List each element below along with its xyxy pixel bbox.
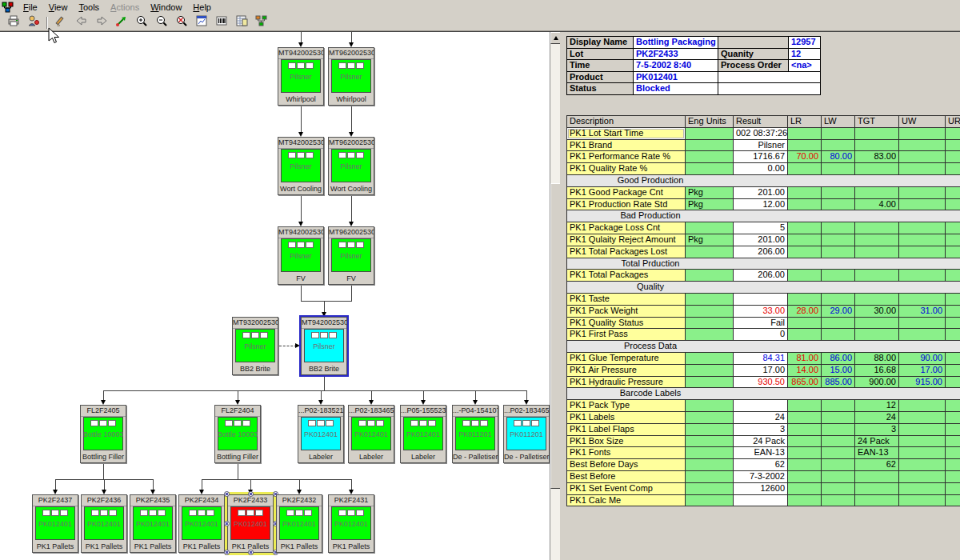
param-name-cell[interactable]: PK1 Lot Start Time (567, 128, 686, 140)
vertical-scrollbar[interactable] (550, 32, 560, 560)
result-cell: 5 (734, 222, 788, 234)
column-header-eng-units[interactable]: Eng Units (686, 116, 734, 128)
param-name-cell[interactable]: PK1 Qulaity Reject Amount (567, 234, 686, 246)
selection-handle[interactable] (224, 521, 230, 526)
selection-handle[interactable] (224, 550, 230, 555)
diagram-node-p04154107[interactable]: ...-P04-154107PK011201De - Palletiser (452, 405, 498, 463)
param-name-cell[interactable]: PK1 Production Rate Std (567, 199, 686, 211)
column-header-tgt[interactable]: TGT (855, 116, 899, 128)
status-square-icon (338, 242, 346, 248)
menu-item-file[interactable]: File (18, 2, 43, 13)
selection-handle[interactable] (224, 491, 230, 497)
navigate-back-button[interactable] (71, 14, 91, 31)
menu-item-tools[interactable]: Tools (73, 2, 105, 13)
diagram-node-mt962002530[interactable]: MT962002530PilsnerWhirlpool (328, 47, 374, 106)
column-header-lw[interactable]: LW (822, 116, 855, 128)
column-header-uw[interactable]: UW (899, 116, 946, 128)
lw-cell (822, 471, 855, 483)
param-name-cell[interactable]: PK1 Hydraulic Pressure (567, 377, 686, 389)
node-lot-id: PK2F2434 (179, 495, 224, 506)
arrowhead-right-icon (295, 343, 300, 348)
selection-handle[interactable] (248, 550, 254, 555)
diagram-node-fl2f2404[interactable]: FL2F2404Bottle 10003Bottling Filler (214, 405, 261, 463)
panel-splitter[interactable] (560, 31, 566, 560)
diagram-node-mt942002530[interactable]: MT942002530PilsnerFV (278, 226, 324, 285)
report-button[interactable] (231, 14, 251, 31)
user-permissions-button[interactable] (23, 14, 43, 31)
diagram-node-pk2f2436[interactable]: PK2F2436PK012401PK1 Pallets (81, 494, 127, 553)
diagram-node-p021834656[interactable]: ...P02-1834656PK011201De - Palletiser (503, 405, 550, 463)
menu-item-view[interactable]: View (43, 2, 74, 13)
info-label: Status (567, 83, 634, 95)
diagram-node-pk2f2433[interactable]: PK2F2433PK012401PK1 Pallets (227, 494, 274, 553)
diagram-node-mt962002530[interactable]: MT962002530PilsnerWort Cooling (328, 137, 374, 195)
param-name-cell[interactable]: PK1 Fonts (567, 447, 686, 459)
diagram-node-mt962002530[interactable]: MT962002530PilsnerFV (328, 226, 374, 285)
param-name-cell[interactable]: PK1 Total Packages (567, 270, 686, 282)
menu-item-actions[interactable]: Actions (105, 2, 145, 13)
node-status-body: PK011201 (455, 417, 495, 450)
diagram-node-p051555232[interactable]: ...P05-1555232PK012401Labeler (400, 405, 446, 463)
param-name-cell[interactable]: PK1 Quality Status (567, 318, 686, 330)
diagram-node-pk2f2432[interactable]: PK2F2432PK012401PK1 Pallets (276, 494, 322, 553)
menu-item-window[interactable]: Window (145, 2, 187, 13)
diagram-node-pk2f2434[interactable]: PK2F2434PK012401PK1 Pallets (178, 494, 225, 553)
diagram-node-pk2f2435[interactable]: PK2F2435PK012401PK1 Pallets (130, 494, 176, 553)
param-name-cell[interactable]: PK1 Box Size (567, 436, 686, 448)
diagram-node-fl2f2405[interactable]: FL2F2405Bottle 10003Bottling Filler (80, 405, 126, 463)
param-name-cell[interactable]: PK1 Good Package Cnt (567, 187, 686, 199)
barcode-button[interactable] (211, 14, 231, 31)
param-name-cell[interactable]: PK1 Pack Type (567, 400, 686, 412)
param-name-cell[interactable]: PK1 Air Pressure (567, 365, 686, 377)
scrollbar-thumb[interactable] (550, 183, 560, 489)
lr-cell (788, 246, 822, 258)
param-name-cell[interactable]: PK1 Labels (567, 412, 686, 424)
param-name-cell[interactable]: PK1 Total Packages Lost (567, 246, 686, 258)
genealogy-view-button[interactable] (251, 14, 271, 31)
column-header-ur[interactable]: UR (946, 116, 960, 128)
table-row: PK1 Qulaity Reject AmountPkg201.00 (567, 234, 960, 246)
drill-down-button[interactable] (111, 14, 131, 31)
param-name-cell[interactable]: PK1 Quality Rate % (567, 163, 686, 175)
node-status-squares (311, 332, 338, 338)
menu-item-help[interactable]: Help (187, 2, 217, 13)
zoom-in-button[interactable] (131, 14, 151, 31)
param-name-cell[interactable]: PK1 Package Loss Cnt (567, 222, 686, 234)
param-name-cell[interactable]: PK1 First Pass (567, 329, 686, 341)
status-square-icon (206, 510, 214, 516)
param-name-cell[interactable]: PK1 Pack Weight (567, 306, 686, 318)
table-row: PK1 Label Flaps33 (567, 424, 960, 436)
diagram-node-mt942002530[interactable]: MT942002530PilsnerWort Cooling (278, 137, 324, 195)
diagram-node-pk2f2437[interactable]: PK2F2437PK012401PK1 Pallets (32, 494, 78, 553)
zoom-reset-button[interactable] (171, 14, 191, 31)
param-name-cell[interactable]: Best Before Days (567, 459, 686, 471)
trend-chart-button[interactable] (191, 14, 211, 31)
column-header-description[interactable]: Description (567, 116, 686, 128)
node-status-body: PK012401 (230, 506, 270, 540)
param-name-cell[interactable]: PK1 Label Flaps (567, 424, 686, 436)
param-name-cell[interactable]: PK1 Taste (567, 294, 686, 306)
diagram-node-mt932002530[interactable]: MT932002530PilsnerBB2 Brite (232, 317, 278, 375)
diagram-node-p021834656[interactable]: ...P02-1834656PK012401Labeler (348, 405, 394, 463)
status-square-icon (356, 242, 364, 248)
info-blank-cell (718, 72, 821, 84)
print-button[interactable] (3, 14, 23, 31)
param-name-cell[interactable]: PK1 Calc Me (567, 495, 686, 507)
column-header-result[interactable]: Result (734, 116, 788, 128)
scroll-up-button[interactable] (550, 32, 560, 44)
param-name-cell[interactable]: PK1 Set Event Comp (567, 483, 686, 495)
genealogy-diagram-panel[interactable]: MT942002530PilsnerWhirlpoolMT962002530Pi… (0, 31, 560, 560)
diagram-node-pk2f2431[interactable]: PK2F2431PK012401PK1 Pallets (328, 494, 374, 553)
edit-pencil-button[interactable] (51, 14, 71, 31)
param-name-cell[interactable]: Best Before (567, 471, 686, 483)
diagram-node-p021835217[interactable]: ...P02-1835217PK012401Labeler (298, 405, 344, 463)
diagram-node-mt942002530[interactable]: MT942002530PilsnerWhirlpool (278, 47, 324, 106)
diagram-node-mt942002530[interactable]: MT942002530PilsnerBB2 Brite (301, 317, 347, 375)
column-header-lr[interactable]: LR (788, 116, 822, 128)
navigate-forward-button[interactable] (91, 14, 111, 31)
param-name-cell[interactable]: PK1 Performance Rate % (567, 151, 686, 163)
param-name-cell[interactable]: PK1 Glue Temperature (567, 353, 686, 365)
param-name-cell[interactable]: PK1 Brand (567, 140, 686, 152)
zoom-out-button[interactable] (151, 14, 171, 31)
selection-handle[interactable] (248, 491, 254, 497)
